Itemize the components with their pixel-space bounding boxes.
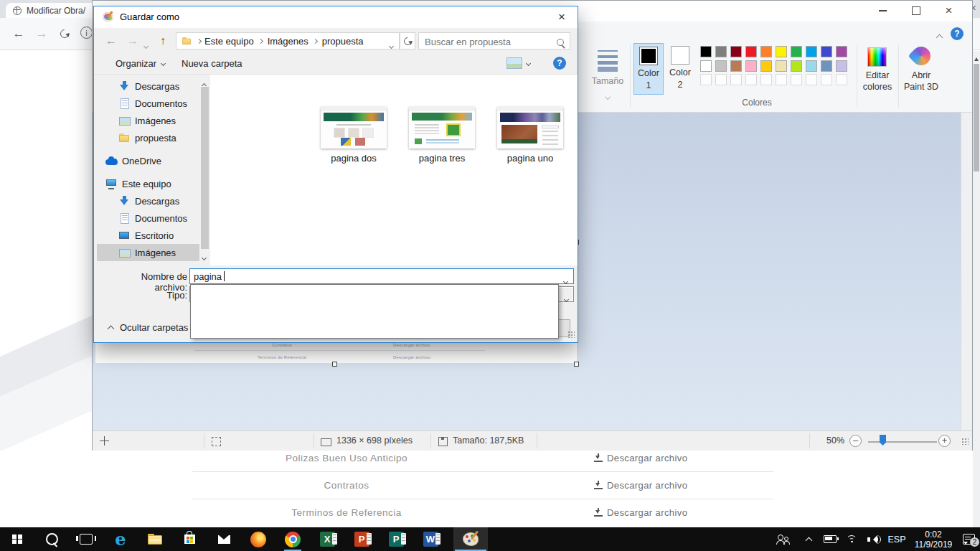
mail-button[interactable] [207,527,241,551]
language-indicator[interactable]: ESP [884,527,910,551]
word-button[interactable]: W [413,527,448,551]
taskbar: e X P P W [0,0,980,551]
volume-icon [867,535,879,544]
file-explorer-icon [148,534,162,545]
volume-button[interactable] [862,527,884,551]
excel-button[interactable]: X [310,527,344,551]
action-center-button[interactable]: 2 [957,527,980,551]
store-icon [184,534,195,544]
edge-icon: e [115,532,126,547]
powerpoint-button[interactable]: P [344,527,379,551]
paint-button[interactable] [453,527,488,551]
word-icon: W [423,532,438,547]
chevron-up-icon [805,537,812,545]
edge-button[interactable]: e [103,527,138,551]
firefox-button[interactable] [241,527,275,551]
clock[interactable]: 0:02 11/9/2019 [910,527,957,551]
tray-time: 0:02 [925,529,941,540]
screen: Modificar Obra/ ← → i Polizas Buen Uso A… [0,0,980,551]
powerpoint-icon: P [354,532,369,547]
notification-badge: 2 [970,537,979,547]
search-icon [46,533,58,545]
file-explorer-button[interactable] [138,527,172,551]
battery-button[interactable] [819,527,841,551]
wifi-button[interactable] [841,527,862,551]
tray-expand-button[interactable] [798,527,819,551]
people-button[interactable] [769,527,795,551]
mail-icon [218,535,230,544]
chrome-icon [285,532,301,547]
excel-icon: X [320,532,335,547]
store-button[interactable] [172,527,207,551]
publisher-button[interactable]: P [379,527,413,551]
chrome-button[interactable] [275,527,310,551]
firefox-icon [250,532,266,547]
wifi-icon [846,535,857,544]
people-icon [776,534,788,545]
search-button[interactable] [34,527,69,551]
paint-icon [463,532,479,546]
start-button[interactable] [0,527,34,551]
tray-date: 11/9/2019 [915,540,953,550]
task-view-icon [80,534,93,545]
publisher-icon: P [389,532,404,547]
task-view-button[interactable] [69,527,103,551]
windows-logo-icon [12,534,22,545]
battery-icon [824,535,837,543]
